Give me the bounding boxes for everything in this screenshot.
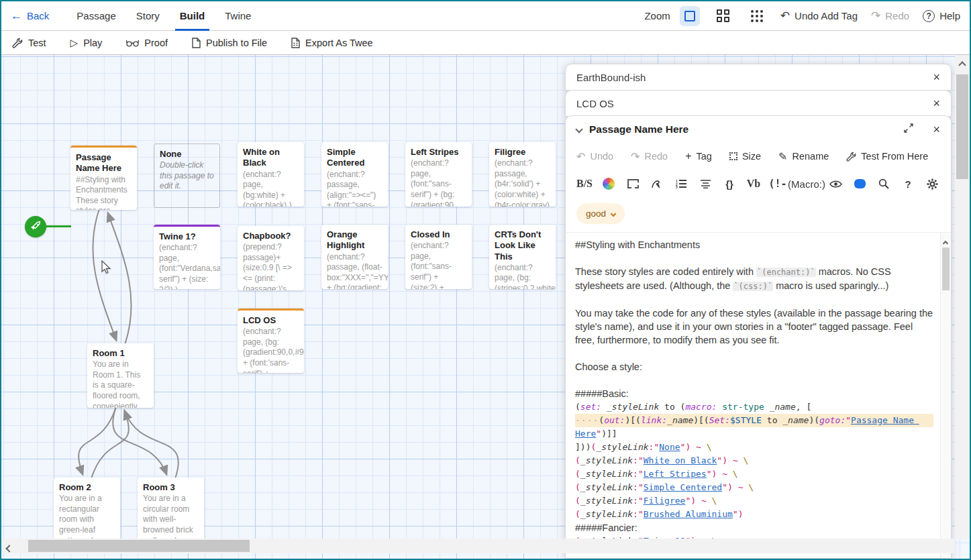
passage-card[interactable]: Chapbook?(prepend:? passage)+(size:0.9 [… <box>238 226 304 290</box>
close-icon[interactable]: × <box>933 97 940 109</box>
passage-text-editor[interactable]: ##Styling with EnchantmentsThese story s… <box>566 232 951 558</box>
passage-card[interactable]: Room 2You are in a rectangular room with… <box>54 478 120 542</box>
colors-icon[interactable] <box>597 173 621 194</box>
undo-button[interactable]: ↶ Undo Add Tag <box>780 9 858 23</box>
passage-card[interactable]: White on Black(enchant:?page, (bg:white)… <box>238 142 304 207</box>
align-icon[interactable] <box>693 173 717 194</box>
code-line: (_styleLink:"Simple Centered") ~ \ <box>575 481 933 494</box>
numbered-list-icon[interactable]: 123 <box>669 173 693 194</box>
canvas-horizontal-scrollbar[interactable] <box>1 539 955 553</box>
passage-card[interactable]: Left Stripes(enchant:?page, (font:"sans-… <box>405 142 472 207</box>
help-button[interactable]: ? Help <box>923 10 960 22</box>
canvas-vertical-scrollbar[interactable] <box>955 56 970 539</box>
hook-icon[interactable] <box>645 173 669 194</box>
tab-build[interactable]: Build <box>170 1 215 31</box>
mouse-cursor <box>101 260 111 275</box>
help-question-icon[interactable]: ? <box>896 173 920 194</box>
search-icon[interactable] <box>872 173 896 194</box>
text-line: ##Styling with Enchantments <box>575 238 933 251</box>
bold-strike-icon[interactable]: B/S <box>572 173 597 194</box>
play-label: Play <box>83 38 102 48</box>
eye-icon[interactable] <box>823 173 848 194</box>
collapse-chevron-icon[interactable] <box>575 125 582 133</box>
help-icon: ? <box>923 10 935 22</box>
passage-title: Room 1 <box>93 348 148 359</box>
code-line: (_styleLink:"White on Black") ~ \ <box>575 454 933 467</box>
scroll-left-icon[interactable] <box>5 545 13 552</box>
passage-editor-title: Passage Name Here <box>589 123 688 135</box>
maximize-icon[interactable] <box>904 123 913 135</box>
passage-excerpt: You are in a rectangular room with green… <box>59 494 115 542</box>
horizontal-scroll-thumb[interactable] <box>28 540 250 552</box>
publish-button[interactable]: Publish to File <box>192 38 267 48</box>
editor-redo-button[interactable]: ↷ Redo <box>631 150 668 163</box>
redo-button[interactable]: ↷ Redo <box>871 9 909 23</box>
add-tag-label: Tag <box>697 151 712 162</box>
passage-title: White on Black <box>243 147 299 169</box>
tab-passage[interactable]: Passage <box>66 1 125 31</box>
gear-icon[interactable] <box>920 173 944 194</box>
tag-chevron-icon <box>611 211 616 216</box>
collapse-braces-icon[interactable]: {} <box>717 173 742 194</box>
comment-macro-icon[interactable]: (!- <box>766 173 790 194</box>
redo-icon: ↷ <box>871 9 880 23</box>
close-icon[interactable]: × <box>933 123 940 135</box>
close-icon[interactable]: × <box>933 71 940 83</box>
passage-card[interactable]: Twine 1?(enchant:?page, (font:"Verdana,s… <box>154 225 220 289</box>
code-line: (set: _styleLink to (macro: str-type _na… <box>575 400 933 414</box>
size-label: Size <box>742 151 761 162</box>
tab-twine[interactable]: Twine <box>215 1 261 31</box>
proof-button[interactable]: Proof <box>126 38 168 48</box>
editor-scrollbar[interactable] <box>940 233 951 558</box>
code-line: ]))(_styleLink:"None") ~ \ <box>575 441 933 454</box>
passage-card[interactable]: Passage Name Here##Styling with Enchantm… <box>70 146 137 210</box>
back-arrow-icon: ← <box>11 9 22 23</box>
borders-box-icon[interactable] <box>621 173 645 194</box>
passage-card[interactable]: Closed In(enchant:?page, (font:"sans-ser… <box>405 225 472 289</box>
editor-undo-button[interactable]: ↶ Undo <box>576 150 613 163</box>
passage-excerpt: (prepend:? passage)+(size:0.9 [\ =><= (p… <box>243 242 299 290</box>
passage-excerpt: (enchant:?page, (font:"Verdana,sans-seri… <box>159 243 215 289</box>
passage-card[interactable]: Room 3You are in a circular room with we… <box>138 478 204 542</box>
tab-story[interactable]: Story <box>126 1 170 31</box>
code-line: Here")]] <box>575 427 933 441</box>
collapsed-editor-earthbound[interactable]: EarthBound-ish × <box>565 64 952 91</box>
comment-bubble-icon[interactable] <box>848 173 872 194</box>
macro-dropdown[interactable]: (Macro:) <box>790 173 823 194</box>
export-twee-button[interactable]: Export As Twee <box>291 38 372 48</box>
passage-card[interactable]: Filigree(enchant:? passage, (b4r:'solid'… <box>489 142 556 207</box>
zoom-medium-button[interactable] <box>713 6 733 26</box>
add-tag-button[interactable]: + Tag <box>685 150 712 162</box>
passage-excerpt: ##Styling with Enchantments These story … <box>76 175 132 211</box>
test-from-here-label: Test From Here <box>861 151 928 162</box>
passage-card[interactable]: CRTs Don't Look Like This(enchant:?page,… <box>489 225 556 289</box>
scroll-up-icon[interactable] <box>943 241 948 246</box>
passage-card[interactable]: NoneDouble-click this passage to edit it… <box>154 144 220 208</box>
back-button[interactable]: ← Back <box>11 9 49 23</box>
rename-label: Rename <box>793 151 829 162</box>
passage-card[interactable]: Orange Highlight(enchant:? passage, (flo… <box>321 225 388 289</box>
editor-scroll-thumb[interactable] <box>942 247 950 290</box>
passage-title: Closed In <box>411 229 466 240</box>
passage-excerpt: (enchant:? passage, (float-box:"XXX=","=… <box>327 252 382 290</box>
export-twee-label: Export As Twee <box>305 38 372 48</box>
passage-title: Room 2 <box>59 482 115 493</box>
size-button[interactable]: Size <box>729 151 761 162</box>
collapsed-editor-lcdos[interactable]: LCD OS × <box>565 90 952 117</box>
tag-good[interactable]: good <box>576 203 625 224</box>
test-button[interactable]: Test <box>12 38 46 48</box>
passage-card[interactable]: LCD OS(enchant:?page, (bg: (gradient:90,… <box>238 309 304 373</box>
zoom-100-button[interactable] <box>680 6 700 26</box>
redo-label: Redo <box>885 10 909 21</box>
play-button[interactable]: ▷ Play <box>70 37 103 49</box>
passage-card[interactable]: Simple Centered(enchant:? passage, (alig… <box>321 142 388 207</box>
test-from-here-button[interactable]: Test From Here <box>846 151 928 162</box>
passage-card[interactable]: Room 1You are in Room 1. This is a squar… <box>87 343 154 408</box>
four-squares-icon <box>717 9 729 22</box>
wrench-icon <box>12 38 23 48</box>
scroll-up-icon[interactable] <box>958 61 966 68</box>
rename-button[interactable]: ✎ Rename <box>778 150 829 163</box>
vertical-scroll-thumb[interactable] <box>956 74 968 179</box>
verbatim-icon[interactable]: Vb <box>742 173 766 194</box>
zoom-small-button[interactable] <box>747 6 767 26</box>
